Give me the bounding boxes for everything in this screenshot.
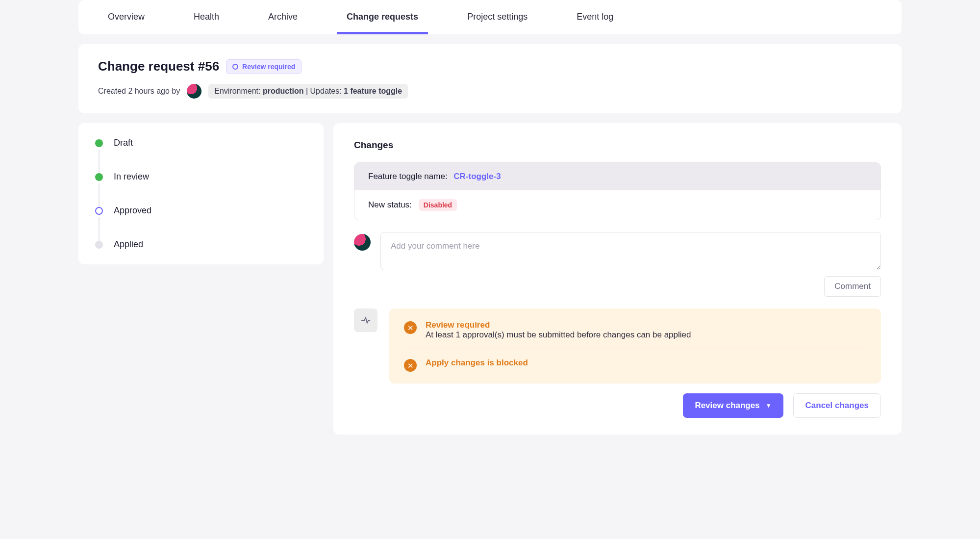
avatar: [354, 234, 371, 251]
tab-event-log[interactable]: Event log: [567, 0, 623, 34]
warning-title: Apply changes is blocked: [426, 358, 528, 368]
timeline-label: Draft: [114, 138, 133, 148]
dot-current-icon: [95, 207, 103, 215]
error-icon: ✕: [404, 321, 417, 334]
review-changes-button[interactable]: Review changes ▼: [683, 393, 783, 418]
feature-toggle-link[interactable]: CR-toggle-3: [453, 172, 501, 181]
review-changes-label: Review changes: [695, 401, 759, 411]
change-body: New status: Disabled: [354, 190, 880, 220]
updates-value: 1 feature toggle: [344, 87, 402, 95]
tabs: Overview Health Archive Change requests …: [98, 0, 882, 34]
dot-done-icon: [95, 139, 103, 147]
footer-actions: Review changes ▼ Cancel changes: [354, 393, 881, 418]
tab-overview[interactable]: Overview: [98, 0, 154, 34]
timeline-label: Approved: [114, 205, 151, 216]
comment-row: [354, 232, 881, 270]
page-title: Change request #56: [98, 59, 219, 74]
warning-text: At least 1 approval(s) must be submitted…: [426, 330, 691, 340]
created-by: by: [170, 87, 180, 95]
warning-item: ✕ Review required At least 1 approval(s)…: [404, 320, 866, 340]
comment-input[interactable]: [380, 232, 881, 270]
status-badge-label: Review required: [242, 63, 295, 71]
tab-archive[interactable]: Archive: [258, 0, 307, 34]
merge-icon: [354, 308, 377, 332]
dot-done-icon: [95, 173, 103, 181]
timeline-card: Draft In review Approved Applied: [78, 123, 324, 264]
warning-panel: ✕ Review required At least 1 approval(s)…: [389, 308, 881, 384]
timeline-step-in-review: In review: [95, 172, 307, 205]
chevron-down-icon: ▼: [766, 402, 772, 409]
status-value-badge: Disabled: [419, 199, 457, 211]
timeline-step-approved: Approved: [95, 205, 307, 239]
env-label: Environment:: [214, 87, 263, 95]
status-label: New status:: [368, 200, 412, 210]
cancel-changes-button[interactable]: Cancel changes: [793, 393, 881, 418]
env-value: production: [263, 87, 304, 95]
changes-card: Changes Feature toggle name: CR-toggle-3…: [333, 123, 902, 435]
change-head: Feature toggle name: CR-toggle-3: [354, 163, 880, 190]
timeline-label: Applied: [114, 239, 143, 250]
timeline-step-applied: Applied: [95, 239, 307, 250]
timeline-label: In review: [114, 172, 149, 182]
avatar: [187, 84, 201, 99]
created-age: 2 hours ago: [128, 87, 170, 95]
warning-title: Review required: [426, 320, 691, 330]
warning-item: ✕ Apply changes is blocked: [404, 358, 866, 372]
error-icon: ✕: [404, 359, 417, 372]
created-text: Created 2 hours ago by: [98, 87, 180, 96]
section-title: Changes: [354, 140, 881, 151]
change-block: Feature toggle name: CR-toggle-3 New sta…: [354, 162, 881, 220]
comment-button[interactable]: Comment: [824, 276, 881, 297]
timeline: Draft In review Approved Applied: [95, 138, 307, 250]
env-pill: Environment: production | Updates: 1 fea…: [208, 84, 408, 99]
tab-change-requests[interactable]: Change requests: [337, 0, 428, 34]
divider: [404, 349, 866, 349]
updates-sep: | Updates:: [304, 87, 344, 95]
header-card: Change request #56 Review required Creat…: [78, 44, 902, 113]
circle-icon: [232, 64, 238, 70]
created-prefix: Created: [98, 87, 128, 95]
tabs-card: Overview Health Archive Change requests …: [78, 0, 902, 34]
tab-project-settings[interactable]: Project settings: [457, 0, 537, 34]
warning-row: ✕ Review required At least 1 approval(s)…: [354, 308, 881, 384]
timeline-step-draft: Draft: [95, 138, 307, 172]
dot-pending-icon: [95, 241, 103, 249]
status-badge: Review required: [226, 59, 302, 74]
tab-health[interactable]: Health: [184, 0, 229, 34]
feature-label: Feature toggle name:: [368, 172, 448, 181]
